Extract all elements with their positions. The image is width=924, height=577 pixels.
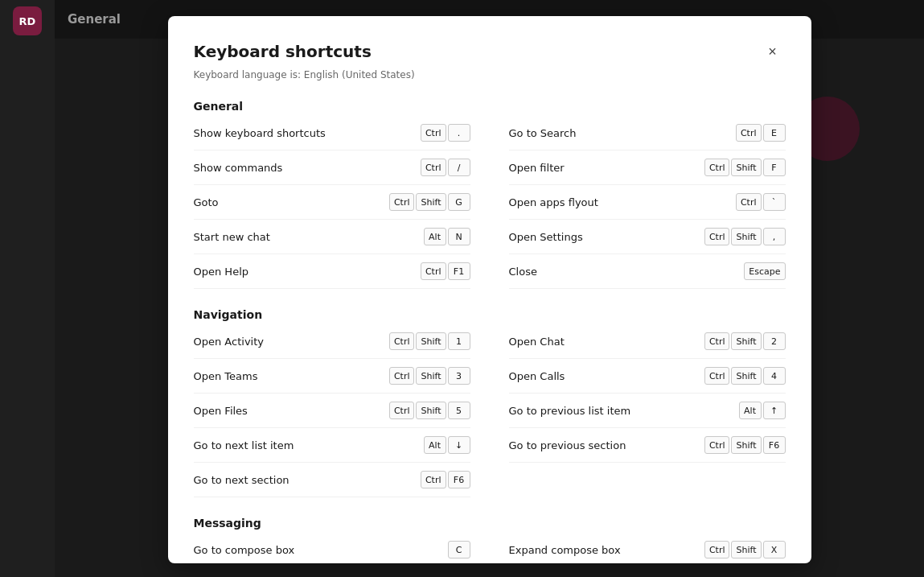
shortcut-label: Start new chat [194,231,424,243]
shortcut-keys: Alt↑ [739,402,786,419]
shortcut-row: Go to compose boxC [194,533,470,563]
key-badge: Ctrl [421,159,446,176]
modal-overlay: Keyboard shortcuts × Keyboard language i… [55,0,924,577]
shortcut-label: Open Calls [509,370,704,382]
keyboard-shortcuts-modal: Keyboard shortcuts × Keyboard language i… [168,16,811,563]
shortcut-keys: CtrlShiftF [704,159,786,176]
section-title-messaging: Messaging [194,517,786,530]
key-badge: Shift [416,193,446,211]
key-badge: Ctrl [389,193,415,211]
shortcut-keys: CtrlF1 [421,262,470,280]
shortcut-label: Open Settings [509,231,704,243]
key-badge: Shift [731,332,761,350]
right-col-navigation: Open ChatCtrlShift2Open CallsCtrlShift4G… [509,324,786,497]
shortcut-row: Open FilesCtrlShift5 [194,394,470,428]
shortcut-keys: AltN [424,228,470,245]
section-title-navigation: Navigation [194,308,786,321]
key-badge: Alt [739,402,762,419]
key-badge: Alt [424,228,446,245]
key-badge: Ctrl [704,367,730,385]
key-badge: Ctrl [704,228,730,245]
right-col-messaging: Expand compose boxCtrlShiftXAttach fileC… [509,533,786,563]
shortcut-row: Open ChatCtrlShift2 [509,324,786,359]
shortcut-keys: CtrlShiftF6 [704,436,786,454]
modal-header: Keyboard shortcuts × [194,39,786,64]
app-icon: RD [13,6,42,35]
shortcut-keys: CtrlShift5 [389,402,470,419]
shortcut-label: Go to compose box [194,544,448,556]
shortcut-row: Go to previous list itemAlt↑ [509,394,786,428]
left-col-general: Show keyboard shortcutsCtrl.Show command… [194,116,470,289]
shortcut-label: Show commands [194,162,421,174]
key-badge: Shift [731,228,761,245]
key-badge: Ctrl [704,436,730,454]
key-badge: F [763,159,786,176]
section-grid-messaging: Go to compose boxCSend (expanded compose… [194,533,786,563]
key-badge: F6 [763,436,786,454]
key-badge: 5 [448,402,470,419]
key-badge: Shift [731,436,761,454]
shortcut-row: Open CallsCtrlShift4 [509,359,786,394]
key-badge: , [763,228,786,245]
key-badge: Ctrl [421,262,446,280]
right-col-general: Go to SearchCtrlEOpen filterCtrlShiftFOp… [509,116,786,289]
modal-language-note: Keyboard language is: English (United St… [194,69,786,80]
shortcut-keys: Escape [744,262,785,280]
shortcut-row: Go to next sectionCtrlF6 [194,463,470,497]
key-badge: Shift [731,541,761,558]
shortcut-row: Show commandsCtrl/ [194,150,470,185]
shortcut-keys: Ctrl. [421,124,470,142]
key-badge: 2 [763,332,786,350]
shortcut-row: Open HelpCtrlF1 [194,254,470,289]
key-badge: Ctrl [704,541,730,558]
key-badge: Ctrl [389,332,415,350]
shortcut-label: Go to next section [194,474,421,486]
key-badge: Ctrl [704,332,730,350]
shortcut-row: Open apps flyoutCtrl` [509,185,786,220]
shortcut-keys: CtrlShift4 [704,367,786,385]
key-badge: ` [763,193,786,211]
close-button[interactable]: × [760,39,786,64]
key-badge: Alt [424,436,446,454]
key-badge: ↓ [448,436,470,454]
shortcut-row: Open ActivityCtrlShift1 [194,324,470,359]
key-badge: Ctrl [421,124,446,142]
shortcut-row: Go to previous sectionCtrlShiftF6 [509,428,786,463]
shortcuts-sections: GeneralShow keyboard shortcutsCtrl.Show … [194,100,786,563]
shortcut-label: Expand compose box [509,544,704,556]
key-badge: 4 [763,367,786,385]
shortcut-label: Go to next list item [194,439,424,451]
shortcut-row: Open filterCtrlShiftF [509,150,786,185]
left-col-messaging: Go to compose boxCSend (expanded compose… [194,533,470,563]
shortcut-row: Expand compose boxCtrlShiftX [509,533,786,563]
key-badge: N [448,228,470,245]
shortcut-label: Open filter [509,162,704,174]
key-badge: Ctrl [736,193,762,211]
shortcut-label: Show keyboard shortcuts [194,127,421,139]
key-badge: Ctrl [421,471,446,488]
shortcut-keys: CtrlShift, [704,228,786,245]
shortcut-label: Open Teams [194,370,389,382]
key-badge: 1 [448,332,470,350]
shortcut-keys: CtrlShiftG [389,193,470,211]
shortcut-keys: Alt↓ [424,436,470,454]
shortcut-keys: C [448,541,470,558]
key-badge: Ctrl [389,402,415,419]
shortcut-row: Go to next list itemAlt↓ [194,428,470,463]
shortcut-keys: Ctrl` [736,193,786,211]
key-badge: Shift [416,332,446,350]
key-badge: Ctrl [389,367,415,385]
section-grid-general: Show keyboard shortcutsCtrl.Show command… [194,116,786,289]
key-badge: Shift [731,367,761,385]
key-badge: G [448,193,470,211]
shortcut-keys: Ctrl/ [421,159,470,176]
key-badge: E [763,124,786,142]
shortcut-row: GotoCtrlShiftG [194,185,470,220]
key-badge: . [448,124,470,142]
shortcut-row: Start new chatAltN [194,220,470,254]
key-badge: C [448,541,470,558]
key-badge: Shift [416,402,446,419]
shortcut-label: Go to previous section [509,439,704,451]
shortcut-row: Show keyboard shortcutsCtrl. [194,116,470,150]
shortcut-row: CloseEscape [509,254,786,289]
